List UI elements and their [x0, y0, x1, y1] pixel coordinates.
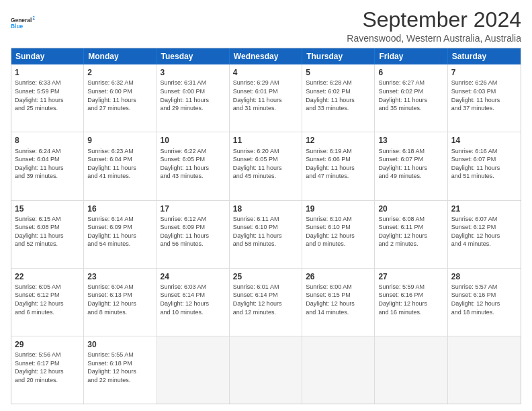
day-info: Sunrise: 6:14 AM Sunset: 6:09 PM Dayligh… — [87, 215, 152, 248]
day-info: Sunrise: 6:07 AM Sunset: 6:12 PM Dayligh… — [451, 215, 517, 248]
calendar-row-1: 1Sunrise: 6:33 AM Sunset: 5:59 PM Daylig… — [11, 64, 521, 132]
calendar-cell-3: 3Sunrise: 6:31 AM Sunset: 6:00 PM Daylig… — [157, 64, 230, 132]
day-info: Sunrise: 6:22 AM Sunset: 6:05 PM Dayligh… — [161, 147, 226, 181]
header-day-friday: Friday — [375, 48, 447, 64]
calendar-cell-18: 18Sunrise: 6:11 AM Sunset: 6:10 PM Dayli… — [230, 201, 302, 268]
calendar: SundayMondayTuesdayWednesdayThursdayFrid… — [11, 48, 521, 404]
calendar-cell-empty — [375, 336, 447, 404]
day-number: 24 — [161, 271, 226, 282]
day-info: Sunrise: 6:27 AM Sunset: 6:02 PM Dayligh… — [378, 79, 443, 112]
calendar-cell-22: 22Sunrise: 6:05 AM Sunset: 6:12 PM Dayli… — [11, 269, 84, 336]
calendar-cell-1: 1Sunrise: 6:33 AM Sunset: 5:59 PM Daylig… — [11, 64, 84, 132]
day-number: 2 — [87, 67, 152, 78]
calendar-cell-26: 26Sunrise: 6:00 AM Sunset: 6:15 PM Dayli… — [302, 269, 375, 336]
day-number: 19 — [306, 203, 371, 214]
day-info: Sunrise: 5:57 AM Sunset: 6:16 PM Dayligh… — [451, 283, 517, 316]
calendar-cell-21: 21Sunrise: 6:07 AM Sunset: 6:12 PM Dayli… — [448, 201, 521, 268]
day-info: Sunrise: 6:23 AM Sunset: 6:04 PM Dayligh… — [87, 147, 152, 181]
calendar-row-4: 22Sunrise: 6:05 AM Sunset: 6:12 PM Dayli… — [11, 268, 521, 336]
calendar-cell-empty — [157, 336, 230, 404]
day-number: 14 — [451, 135, 517, 146]
day-number: 27 — [378, 271, 443, 282]
day-info: Sunrise: 6:31 AM Sunset: 6:00 PM Dayligh… — [161, 79, 226, 112]
calendar-cell-13: 13Sunrise: 6:18 AM Sunset: 6:07 PM Dayli… — [375, 132, 447, 199]
day-info: Sunrise: 6:26 AM Sunset: 6:03 PM Dayligh… — [451, 79, 517, 112]
day-info: Sunrise: 5:55 AM Sunset: 6:18 PM Dayligh… — [87, 351, 152, 384]
calendar-cell-23: 23Sunrise: 6:04 AM Sunset: 6:13 PM Dayli… — [84, 269, 157, 336]
calendar-cell-10: 10Sunrise: 6:22 AM Sunset: 6:05 PM Dayli… — [157, 132, 230, 199]
day-info: Sunrise: 6:08 AM Sunset: 6:11 PM Dayligh… — [378, 215, 443, 248]
day-number: 22 — [15, 271, 80, 282]
header-day-wednesday: Wednesday — [230, 48, 302, 64]
calendar-cell-12: 12Sunrise: 6:19 AM Sunset: 6:06 PM Dayli… — [302, 132, 375, 199]
calendar-cell-8: 8Sunrise: 6:24 AM Sunset: 6:04 PM Daylig… — [11, 132, 84, 199]
header-day-saturday: Saturday — [448, 48, 521, 64]
day-info: Sunrise: 6:33 AM Sunset: 5:59 PM Dayligh… — [15, 79, 80, 112]
logo-svg: General Blue — [11, 11, 35, 35]
day-number: 9 — [87, 135, 152, 146]
calendar-cell-empty — [230, 336, 302, 404]
svg-marker-3 — [32, 18, 35, 19]
header-day-sunday: Sunday — [11, 48, 84, 64]
day-number: 28 — [451, 271, 517, 282]
day-number: 1 — [15, 67, 80, 78]
day-info: Sunrise: 6:20 AM Sunset: 6:05 PM Dayligh… — [233, 147, 298, 181]
calendar-cell-11: 11Sunrise: 6:20 AM Sunset: 6:05 PM Dayli… — [230, 132, 302, 199]
calendar-cell-16: 16Sunrise: 6:14 AM Sunset: 6:09 PM Dayli… — [84, 201, 157, 268]
calendar-cell-17: 17Sunrise: 6:12 AM Sunset: 6:09 PM Dayli… — [157, 201, 230, 268]
calendar-cell-27: 27Sunrise: 5:59 AM Sunset: 6:16 PM Dayli… — [375, 269, 447, 336]
day-info: Sunrise: 6:05 AM Sunset: 6:12 PM Dayligh… — [15, 283, 80, 316]
day-info: Sunrise: 6:15 AM Sunset: 6:08 PM Dayligh… — [15, 215, 80, 248]
calendar-cell-6: 6Sunrise: 6:27 AM Sunset: 6:02 PM Daylig… — [375, 64, 447, 132]
day-info: Sunrise: 6:12 AM Sunset: 6:09 PM Dayligh… — [161, 215, 226, 248]
day-info: Sunrise: 5:59 AM Sunset: 6:16 PM Dayligh… — [378, 283, 443, 316]
day-number: 16 — [87, 203, 152, 214]
calendar-cell-28: 28Sunrise: 5:57 AM Sunset: 6:16 PM Dayli… — [448, 269, 521, 336]
day-number: 29 — [15, 339, 80, 350]
logo: General Blue — [11, 11, 35, 35]
day-info: Sunrise: 6:29 AM Sunset: 6:01 PM Dayligh… — [233, 79, 298, 112]
day-number: 10 — [161, 135, 226, 146]
day-number: 4 — [233, 67, 298, 78]
calendar-body: 1Sunrise: 6:33 AM Sunset: 5:59 PM Daylig… — [11, 64, 521, 404]
day-number: 26 — [306, 271, 371, 282]
header-day-monday: Monday — [84, 48, 157, 64]
calendar-cell-15: 15Sunrise: 6:15 AM Sunset: 6:08 PM Dayli… — [11, 201, 84, 268]
day-info: Sunrise: 6:24 AM Sunset: 6:04 PM Dayligh… — [15, 147, 80, 181]
calendar-cell-2: 2Sunrise: 6:32 AM Sunset: 6:00 PM Daylig… — [84, 64, 157, 132]
page-header: General Blue September 2024 Ravenswood, … — [11, 8, 521, 44]
day-info: Sunrise: 6:01 AM Sunset: 6:14 PM Dayligh… — [233, 283, 298, 316]
day-number: 21 — [451, 203, 517, 214]
calendar-cell-24: 24Sunrise: 6:03 AM Sunset: 6:14 PM Dayli… — [157, 269, 230, 336]
calendar-cell-5: 5Sunrise: 6:28 AM Sunset: 6:02 PM Daylig… — [302, 64, 375, 132]
day-number: 17 — [161, 203, 226, 214]
day-info: Sunrise: 5:56 AM Sunset: 6:17 PM Dayligh… — [15, 351, 80, 384]
day-number: 7 — [451, 67, 517, 78]
calendar-cell-19: 19Sunrise: 6:10 AM Sunset: 6:10 PM Dayli… — [302, 201, 375, 268]
header-day-thursday: Thursday — [302, 48, 375, 64]
calendar-cell-29: 29Sunrise: 5:56 AM Sunset: 6:17 PM Dayli… — [11, 336, 84, 404]
day-info: Sunrise: 6:18 AM Sunset: 6:07 PM Dayligh… — [378, 147, 443, 181]
svg-text:Blue: Blue — [11, 23, 24, 30]
page-title: September 2024 — [347, 8, 521, 32]
day-number: 15 — [15, 203, 80, 214]
day-number: 20 — [378, 203, 443, 214]
calendar-cell-9: 9Sunrise: 6:23 AM Sunset: 6:04 PM Daylig… — [84, 132, 157, 199]
calendar-cell-7: 7Sunrise: 6:26 AM Sunset: 6:03 PM Daylig… — [448, 64, 521, 132]
day-number: 13 — [378, 135, 443, 146]
day-info: Sunrise: 6:10 AM Sunset: 6:10 PM Dayligh… — [306, 215, 371, 248]
day-info: Sunrise: 6:00 AM Sunset: 6:15 PM Dayligh… — [306, 283, 371, 316]
day-number: 12 — [306, 135, 371, 146]
calendar-row-2: 8Sunrise: 6:24 AM Sunset: 6:04 PM Daylig… — [11, 132, 521, 199]
day-number: 5 — [306, 67, 371, 78]
calendar-cell-empty — [448, 336, 521, 404]
calendar-row-5: 29Sunrise: 5:56 AM Sunset: 6:17 PM Dayli… — [11, 336, 521, 404]
day-number: 30 — [87, 339, 152, 350]
day-number: 18 — [233, 203, 298, 214]
day-number: 11 — [233, 135, 298, 146]
day-number: 25 — [233, 271, 298, 282]
day-number: 3 — [161, 67, 226, 78]
title-block: September 2024 Ravenswood, Western Austr… — [347, 8, 521, 44]
calendar-cell-4: 4Sunrise: 6:29 AM Sunset: 6:01 PM Daylig… — [230, 64, 302, 132]
day-info: Sunrise: 6:28 AM Sunset: 6:02 PM Dayligh… — [306, 79, 371, 112]
